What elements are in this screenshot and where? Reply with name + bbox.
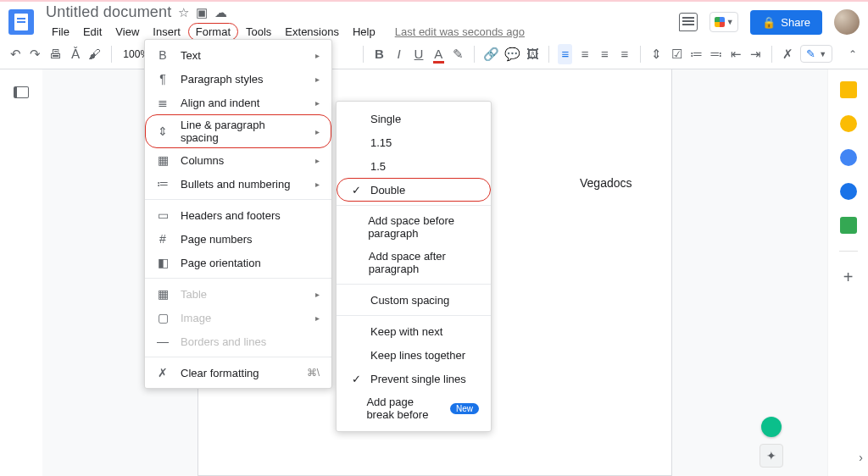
- account-avatar[interactable]: [834, 9, 860, 35]
- menubar-format[interactable]: Format: [188, 23, 238, 41]
- submenu-arrow-icon: ▸: [315, 98, 320, 108]
- align-right-button[interactable]: ≡: [598, 44, 612, 64]
- menubar-extensions[interactable]: Extensions: [279, 23, 345, 41]
- line-spacing-button[interactable]: ⇕: [649, 44, 664, 64]
- align-left-button[interactable]: ≡: [558, 44, 572, 64]
- format-menu-page-orientation[interactable]: ◧Page orientation: [145, 251, 331, 274]
- italic-button[interactable]: I: [392, 44, 406, 64]
- menubar-view[interactable]: View: [109, 23, 145, 41]
- menu-item-label: Image: [181, 312, 211, 324]
- insert-image-button[interactable]: 🖼: [526, 44, 540, 64]
- decrease-indent-button[interactable]: ⇤: [728, 44, 743, 64]
- spacing-menu-1.5[interactable]: 1.5: [337, 154, 491, 178]
- contacts-sidebar-icon[interactable]: [840, 183, 857, 200]
- highlight-button[interactable]: ✎: [451, 44, 465, 64]
- share-button[interactable]: 🔒 Share: [750, 10, 822, 35]
- format-menu-text[interactable]: BText▸: [145, 43, 331, 67]
- comment-history-icon[interactable]: [679, 13, 698, 31]
- spacing-menu-keep-with-next[interactable]: Keep with next: [337, 319, 491, 343]
- docs-logo[interactable]: [8, 9, 34, 35]
- document-title[interactable]: Untitled document: [46, 3, 171, 21]
- format-menu-headers-and-footers[interactable]: ▭Headers and footers: [145, 203, 331, 227]
- format-menu-page-numbers[interactable]: #Page numbers: [145, 227, 331, 251]
- insert-link-button[interactable]: 🔗: [483, 44, 499, 64]
- check-icon: ✓: [350, 184, 362, 196]
- text-color-button[interactable]: A: [431, 44, 446, 64]
- numbered-list-button[interactable]: ≕: [709, 44, 723, 64]
- undo-button[interactable]: ↶: [8, 44, 23, 64]
- menubar-file[interactable]: File: [46, 23, 75, 41]
- last-edit-link[interactable]: Last edit was seconds ago: [395, 25, 525, 38]
- spacing-menu-keep-lines-together[interactable]: Keep lines together: [337, 343, 491, 367]
- explore-button[interactable]: ✦: [760, 444, 783, 468]
- spacing-menu-single[interactable]: Single: [337, 107, 491, 130]
- line-spacing-submenu: Single1.151.5✓DoubleAdd space before par…: [336, 101, 492, 432]
- menu-item-icon: ⇕: [155, 125, 170, 138]
- grammarly-icon[interactable]: [761, 417, 782, 437]
- print-button[interactable]: 🖶: [48, 44, 63, 64]
- collapse-toolbar-button[interactable]: ⌃: [846, 45, 860, 64]
- spacing-menu-add-space-after-paragraph[interactable]: Add space after paragraph: [337, 245, 491, 280]
- menu-item-label: Table: [181, 288, 207, 301]
- editing-mode-button[interactable]: ✎ ▼: [800, 45, 832, 63]
- toolbar: ↶ ↷ 🖶 Ǎ 🖌 100%▼ B I U A ✎ 🔗 💬 🖼 ≡ ≡ ≡ ≡ …: [0, 39, 868, 69]
- menubar: FileEditViewInsertFormatToolsExtensionsH…: [46, 23, 679, 41]
- menu-item-label: Add space before paragraph: [368, 214, 479, 240]
- spacing-menu-double[interactable]: ✓Double: [337, 178, 491, 202]
- clear-formatting-button[interactable]: ✗: [781, 44, 795, 64]
- menu-item-icon: ◧: [155, 256, 170, 269]
- redo-button[interactable]: ↷: [28, 44, 42, 64]
- spellcheck-button[interactable]: Ǎ: [68, 44, 82, 64]
- tasks-sidebar-icon[interactable]: [840, 149, 857, 166]
- menu-item-icon: ✗: [155, 366, 170, 379]
- meet-button[interactable]: ▼: [709, 12, 738, 32]
- menu-item-label: Headers and footers: [181, 209, 281, 222]
- paint-format-button[interactable]: 🖌: [87, 44, 102, 64]
- format-menu-paragraph-styles[interactable]: ¶Paragraph styles▸: [145, 67, 331, 91]
- spacing-menu-1.15[interactable]: 1.15: [337, 130, 491, 154]
- spacing-menu-custom-spacing[interactable]: Custom spacing: [337, 288, 491, 312]
- menu-item-label: 1.15: [370, 136, 392, 149]
- bold-button[interactable]: B: [372, 44, 387, 64]
- format-menu-bullets-and-numbering[interactable]: ≔Bullets and numbering▸: [145, 172, 331, 196]
- format-menu-align-and-indent[interactable]: ≣Align and indent▸: [145, 91, 331, 114]
- maps-sidebar-icon[interactable]: [840, 217, 857, 234]
- bulleted-list-button[interactable]: ≔: [689, 44, 704, 64]
- keep-sidebar-icon[interactable]: [840, 115, 857, 132]
- format-menu-clear-formatting[interactable]: ✗Clear formatting⌘\: [145, 361, 331, 385]
- menubar-tools[interactable]: Tools: [240, 23, 277, 41]
- spacing-menu-prevent-single-lines[interactable]: ✓Prevent single lines: [337, 367, 491, 390]
- spacing-menu-add-page-break-before[interactable]: Add page break beforeNew: [337, 390, 491, 426]
- insert-comment-button[interactable]: 💬: [504, 44, 520, 64]
- menu-item-icon: ≔: [155, 177, 170, 191]
- menu-item-label: Paragraph styles: [181, 73, 264, 86]
- format-menu-line-paragraph-spacing[interactable]: ⇕Line & paragraph spacing▸: [145, 114, 331, 148]
- menubar-insert[interactable]: Insert: [147, 23, 186, 41]
- increase-indent-button[interactable]: ⇥: [748, 44, 763, 64]
- align-center-button[interactable]: ≡: [577, 44, 592, 64]
- menu-item-label: 1.5: [370, 160, 386, 173]
- menubar-edit[interactable]: Edit: [77, 23, 108, 41]
- submenu-arrow-icon: ▸: [315, 51, 320, 60]
- submenu-arrow-icon: ▸: [315, 180, 320, 189]
- menubar-help[interactable]: Help: [347, 23, 381, 41]
- star-icon[interactable]: ☆: [178, 5, 189, 20]
- move-icon[interactable]: ▣: [196, 5, 208, 20]
- menu-item-icon: ▦: [155, 287, 170, 301]
- menu-item-shortcut: ⌘\: [307, 367, 320, 379]
- menu-item-label: Columns: [181, 154, 224, 167]
- underline-button[interactable]: U: [411, 44, 426, 64]
- checklist-button[interactable]: ☑: [669, 44, 683, 64]
- menu-item-label: Custom spacing: [370, 294, 449, 307]
- menu-item-label: Add space after paragraph: [369, 250, 479, 275]
- add-ons-button[interactable]: +: [840, 268, 857, 285]
- calendar-sidebar-icon[interactable]: [840, 81, 857, 98]
- spacing-menu-add-space-before-paragraph[interactable]: Add space before paragraph: [337, 209, 491, 245]
- align-justify-button[interactable]: ≡: [617, 44, 632, 64]
- submenu-arrow-icon: ▸: [315, 156, 320, 165]
- format-menu-columns[interactable]: ▦Columns▸: [145, 148, 331, 172]
- hide-side-panel-button[interactable]: ›: [859, 451, 863, 464]
- menu-item-label: Add page break before: [366, 396, 442, 421]
- document-outline-button[interactable]: [14, 86, 29, 98]
- cloud-status-icon[interactable]: ☁: [214, 5, 227, 20]
